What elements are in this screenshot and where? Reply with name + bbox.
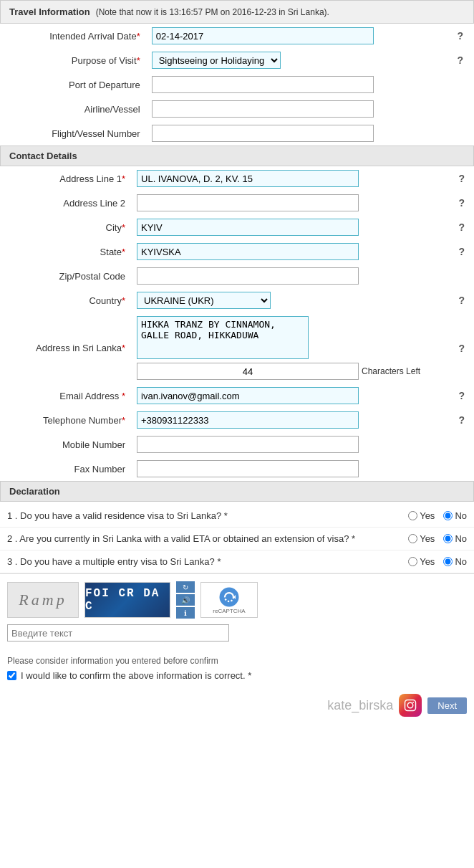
- city-label: City*: [0, 215, 131, 239]
- arrival-help: ?: [447, 24, 474, 48]
- addr2-help: ?: [450, 191, 474, 215]
- telephone-input[interactable]: [137, 411, 359, 429]
- purpose-help: ?: [447, 48, 474, 72]
- captcha-refresh-button[interactable]: ↻: [176, 581, 195, 593]
- country-select[interactable]: UKRAINE (UKR) RUSSIA (RUS) USA (USA) UNI…: [137, 292, 271, 309]
- svg-point-0: [220, 587, 239, 606]
- captcha-section: Ramp FOI CR DA C ↻ 🔊 ℹ reCAPTCHA: [0, 573, 474, 649]
- declaration-q1: 1 . Do you have a valid residence visa t…: [7, 510, 367, 521]
- svg-point-3: [408, 702, 414, 708]
- flight-label: Flight/Vessel Number: [0, 121, 146, 146]
- mobile-input[interactable]: [137, 436, 359, 453]
- addr1-cell: [131, 166, 450, 191]
- declaration-q3-no[interactable]: No: [443, 556, 467, 567]
- port-label: Port of Departure: [0, 72, 146, 97]
- declaration-q1-no[interactable]: No: [443, 510, 467, 521]
- telephone-help: ?: [450, 408, 474, 432]
- declaration-q1-yes[interactable]: Yes: [408, 510, 435, 521]
- travel-section-header: Travel Information (Note that now it is …: [0, 0, 474, 24]
- city-input[interactable]: [137, 219, 359, 236]
- addr2-row: Address Line 2 ?: [0, 191, 474, 215]
- srilanka-addr-input[interactable]: HIKKA TRANZ BY CINNAMON, GALLE ROAD, HIK…: [137, 316, 309, 359]
- airline-label: Airline/Vessel: [0, 97, 146, 121]
- arrival-date-cell: [146, 24, 447, 48]
- mobile-row: Mobile Number: [0, 432, 474, 457]
- captcha-text-input[interactable]: [7, 624, 229, 642]
- declaration-q2: 2 . Are you currently in Sri Lanka with …: [7, 533, 367, 544]
- port-cell: [146, 72, 447, 97]
- state-input[interactable]: [137, 243, 359, 260]
- declaration-q2-no[interactable]: No: [443, 533, 467, 544]
- fax-label: Fax Number: [0, 457, 131, 481]
- fax-input[interactable]: [137, 460, 359, 477]
- country-help: ?: [450, 288, 474, 313]
- captcha-images: Ramp FOI CR DA C ↻ 🔊 ℹ reCAPTCHA: [7, 581, 467, 619]
- declaration-row-1: 1 . Do you have a valid residence visa t…: [0, 505, 474, 528]
- state-help: ?: [450, 239, 474, 264]
- srilanka-help: ?: [450, 313, 474, 383]
- email-input[interactable]: [137, 387, 359, 404]
- mobile-label: Mobile Number: [0, 432, 131, 457]
- srilanka-addr-row: Address in Sri Lanka* HIKKA TRANZ BY CIN…: [0, 313, 474, 383]
- email-help: ?: [450, 383, 474, 408]
- declaration-q2-yes[interactable]: Yes: [408, 533, 435, 544]
- recaptcha-label: reCAPTCHA: [213, 608, 245, 614]
- contact-table: Address Line 1* ? Address Line 2 ? City*…: [0, 166, 474, 481]
- purpose-select[interactable]: Sightseeing or Holidaying Business Trans…: [152, 52, 281, 69]
- chars-left-row: Characters Left: [137, 363, 444, 380]
- chars-left-input: [137, 363, 359, 380]
- srilanka-addr-cell: HIKKA TRANZ BY CINNAMON, GALLE ROAD, HIK…: [131, 313, 450, 383]
- declaration-q3: 3 . Do you have a multiple entry visa to…: [7, 556, 367, 567]
- captcha-controls: ↻ 🔊 ℹ: [176, 581, 195, 619]
- arrival-date-label: Intended Arrival Date*: [0, 24, 146, 48]
- purpose-label: Purpose of Visit*: [0, 48, 146, 72]
- addr1-label: Address Line 1*: [0, 166, 131, 191]
- flight-input[interactable]: [152, 125, 374, 142]
- captcha-audio-button[interactable]: 🔊: [176, 594, 195, 606]
- addr1-input[interactable]: [137, 170, 359, 187]
- arrival-date-input[interactable]: [152, 27, 374, 44]
- captcha-logo: reCAPTCHA: [200, 582, 258, 618]
- contact-section-header: Contact Details: [0, 146, 474, 166]
- addr1-row: Address Line 1* ?: [0, 166, 474, 191]
- mobile-cell: [131, 432, 450, 457]
- purpose-row: Purpose of Visit* Sightseeing or Holiday…: [0, 48, 474, 72]
- flight-cell: [146, 121, 447, 146]
- confirm-checkbox[interactable]: [7, 671, 16, 680]
- watermark-text: kate_birska: [327, 698, 393, 713]
- declaration-q1-radios: Yes No: [367, 510, 467, 521]
- zip-row: Zip/Postal Code: [0, 264, 474, 288]
- contact-title: Contact Details: [9, 151, 77, 161]
- telephone-row: Telephone Number* ?: [0, 408, 474, 432]
- port-row: Port of Departure: [0, 72, 474, 97]
- port-input[interactable]: [152, 76, 374, 93]
- confirm-label: I would like to confirm the above inform…: [21, 670, 251, 681]
- confirm-section: Please consider information you entered …: [0, 649, 474, 688]
- city-help: ?: [450, 215, 474, 239]
- chars-left-label: Characters Left: [362, 366, 420, 376]
- city-row: City* ?: [0, 215, 474, 239]
- addr2-input[interactable]: [137, 194, 359, 211]
- declaration-q3-yes[interactable]: Yes: [408, 556, 435, 567]
- email-cell: [131, 383, 450, 408]
- captcha-code-image: FOI CR DA C: [84, 582, 170, 618]
- zip-cell: [131, 264, 450, 288]
- next-button[interactable]: Next: [427, 697, 467, 714]
- travel-title: Travel Information: [9, 6, 90, 17]
- country-cell: UKRAINE (UKR) RUSSIA (RUS) USA (USA) UNI…: [131, 288, 450, 313]
- zip-input[interactable]: [137, 267, 359, 285]
- addr2-cell: [131, 191, 450, 215]
- airline-row: Airline/Vessel: [0, 97, 474, 121]
- state-row: State* ?: [0, 239, 474, 264]
- airline-input[interactable]: [152, 100, 374, 118]
- declaration-q3-radios: Yes No: [367, 556, 467, 567]
- footer: kate_birska Next: [0, 688, 474, 722]
- telephone-label: Telephone Number*: [0, 408, 131, 432]
- airline-cell: [146, 97, 447, 121]
- captcha-info-button[interactable]: ℹ: [176, 607, 195, 619]
- declaration-q2-radios: Yes No: [367, 533, 467, 544]
- state-label: State*: [0, 239, 131, 264]
- city-cell: [131, 215, 450, 239]
- addr1-help: ?: [450, 166, 474, 191]
- zip-label: Zip/Postal Code: [0, 264, 131, 288]
